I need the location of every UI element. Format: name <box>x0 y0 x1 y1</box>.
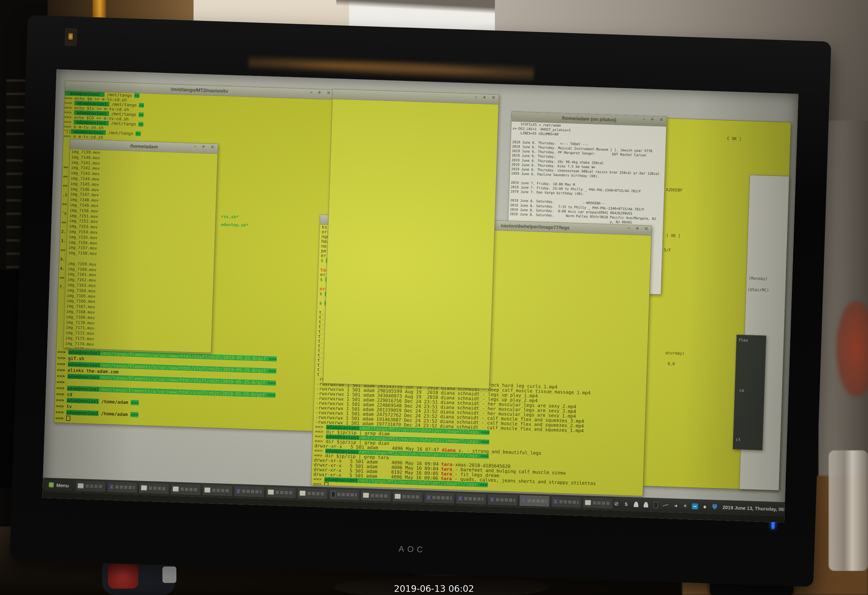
monitor: /mnt/tango/MT2/navion/tv –+× adam@navion… <box>10 15 831 587</box>
minimize-button[interactable]: – <box>310 89 313 95</box>
system-tray: ⊘5╱◄)☀↔◆ 2019 June 13, Thursday, 06:04 <box>613 500 798 513</box>
terminal-icon <box>173 486 179 492</box>
terminal-window-center: –+× <box>323 89 499 389</box>
x11-app-icon: X <box>490 497 494 502</box>
taskbar-window-button[interactable]: X <box>487 493 518 506</box>
menu-button[interactable]: Menu <box>44 479 73 491</box>
terminal-icon <box>141 485 147 490</box>
brightness-icon[interactable]: ☀ <box>682 503 688 510</box>
window-controls[interactable]: –+× <box>189 143 215 153</box>
window-text-fragment: flex <box>738 337 748 343</box>
x11-app-icon: X <box>236 489 240 493</box>
close-button[interactable]: × <box>644 225 648 231</box>
taskbar-window-button[interactable] <box>75 480 106 492</box>
taskbar-window-button[interactable] <box>139 482 170 495</box>
taskbar-window-button[interactable]: X <box>234 485 264 498</box>
x11-app-icon: X <box>109 484 113 489</box>
window-text-fragment: ct <box>736 437 741 442</box>
menu-label: Menu <box>56 482 69 488</box>
executable-file-name: rss.sh* <box>221 212 249 221</box>
terminal-window-home: /home/adam –+× img_7139.movimg_7140.movi… <box>63 139 218 353</box>
x11-app-icon: X <box>553 499 557 504</box>
title-bar[interactable]: –+× <box>332 89 499 105</box>
taskbar-window-button[interactable]: X <box>456 493 486 505</box>
monitor-brand-logo: AOC <box>10 531 814 567</box>
taskbar-clock[interactable]: 2019 June 13, Thursday, 06:04 <box>722 504 791 512</box>
taskbar-window-button[interactable] <box>266 486 296 499</box>
shield-icon[interactable] <box>711 504 718 510</box>
close-button[interactable]: × <box>659 117 663 122</box>
workspace-indicator-icon[interactable]: ⊘ <box>613 500 620 507</box>
taskbar-window-button[interactable] <box>329 489 360 501</box>
window-controls[interactable]: –+× <box>470 94 496 105</box>
window-title: /home/adam (on pilatus) <box>561 115 616 122</box>
show-desktop-icon[interactable] <box>794 507 799 512</box>
user-icon[interactable] <box>642 501 649 508</box>
taskbar-window-button[interactable]: X <box>107 481 138 493</box>
terminal-icon <box>204 487 211 493</box>
taskbar-window-button[interactable] <box>393 490 423 503</box>
close-button[interactable]: × <box>326 90 331 96</box>
teamviewer-icon[interactable]: ↔ <box>692 503 698 510</box>
phone-app-icon <box>331 491 336 497</box>
desktop-screen: /mnt/tango/MT2/navion/tv –+× adam@navion… <box>42 69 799 522</box>
maximize-button[interactable]: + <box>650 116 654 122</box>
minimize-button[interactable]: – <box>643 116 645 122</box>
device-icon[interactable] <box>652 502 659 508</box>
terminal-icon <box>300 490 306 496</box>
minimize-button[interactable]: – <box>628 225 630 231</box>
taskbar-window-button[interactable] <box>361 489 391 502</box>
minimize-button[interactable]: – <box>194 143 196 149</box>
terminal-content: img_7139.movimg_7140.movimg_7141.movimg_… <box>63 149 218 353</box>
taskbar-window-button[interactable]: X <box>551 496 582 508</box>
menu-icon <box>49 482 54 487</box>
maximize-button[interactable]: + <box>635 225 639 231</box>
terminal-icon <box>363 493 369 498</box>
window-controls[interactable]: –+× <box>623 225 648 235</box>
workspace-number[interactable]: 5 <box>623 501 629 507</box>
maximize-button[interactable]: + <box>317 90 322 95</box>
terminal-ls-output: rss.sh*wdwstop.sh* <box>221 212 249 229</box>
minimize-button[interactable]: – <box>475 94 477 100</box>
taskbar-window-button[interactable] <box>297 487 328 499</box>
roof-line <box>336 0 514 19</box>
maximize-button[interactable]: + <box>482 94 486 100</box>
photo-timestamp: 2019-06-13 06:02 <box>0 583 868 594</box>
terminal-icon <box>77 483 84 489</box>
user-icon[interactable] <box>633 501 639 507</box>
background-window-dark: flexcoct <box>733 334 766 451</box>
taskbar-window-button[interactable]: X <box>519 495 550 507</box>
executable-file-name: wdwstop.sh* <box>221 221 248 229</box>
window-controls[interactable]: –+× <box>638 116 664 126</box>
window-controls[interactable]: –+× <box>305 89 331 99</box>
terminal-icon <box>585 500 591 505</box>
maximize-button[interactable]: + <box>201 144 205 149</box>
dropbox-icon[interactable]: ◆ <box>701 503 708 510</box>
taskbar-window-button[interactable] <box>170 483 201 495</box>
window-text-fragment: co <box>739 387 744 392</box>
terminal-icon <box>268 489 274 495</box>
taskbar-window-button[interactable]: X <box>424 492 455 504</box>
volume-icon[interactable]: ◄) <box>672 502 679 509</box>
close-button[interactable]: × <box>210 144 214 150</box>
taskbar-window-button[interactable] <box>583 497 613 509</box>
x11-app-icon: X <box>458 496 462 501</box>
pen-icon[interactable]: ╱ <box>661 501 670 510</box>
x11-app-icon: X <box>427 495 431 500</box>
window-title: /home/adam <box>130 143 158 149</box>
glass-jar <box>829 451 868 571</box>
tray-icons: ⊘5╱◄)☀↔◆ <box>613 500 717 510</box>
terminal-icon <box>395 494 401 499</box>
x11-app-icon: X <box>521 498 526 503</box>
close-button[interactable]: × <box>492 94 496 100</box>
taskbar-window-button[interactable] <box>202 484 233 496</box>
bezel-sticker <box>65 28 77 46</box>
terminal-content-bottom: ==> adam@navion1/mnt/tango/Elements/a/va… <box>55 349 277 429</box>
window-title: /mnt/tango/MT2/navion/tv <box>171 86 228 94</box>
